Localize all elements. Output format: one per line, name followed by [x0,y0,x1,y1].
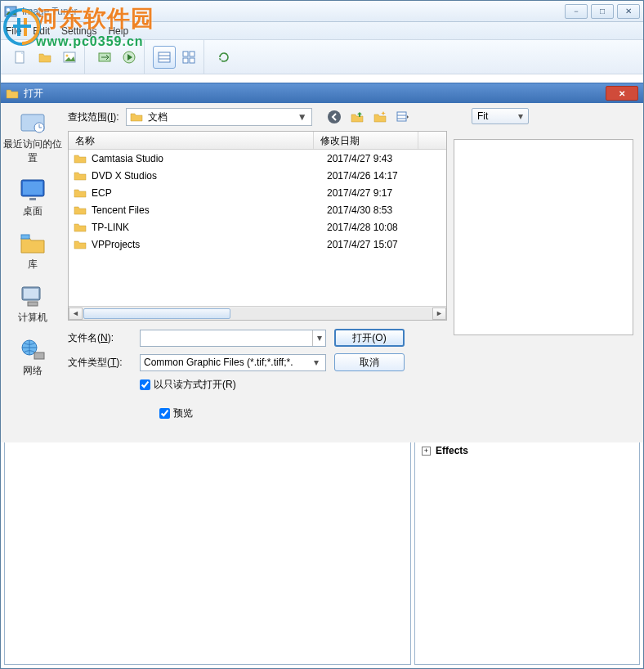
expand-icon[interactable]: + [422,447,431,456]
file-name: DVD X Studios [92,170,327,182]
svg-rect-13 [190,58,195,63]
folder-icon [74,186,87,200]
open-button[interactable] [34,46,56,69]
new-button[interactable] [9,46,32,69]
open-dialog: 打开 ✕ 最近访问的位置 桌面 库 计算机 网络 [1,83,643,442]
chevron-down-icon[interactable]: ▾ [312,330,325,346]
svg-rect-21 [24,289,38,299]
close-button[interactable]: ✕ [617,4,640,19]
open-dialog-titlebar: 打开 ✕ [1,83,643,103]
file-row[interactable]: DVD X Studios2017/4/26 14:17 [69,167,446,184]
svg-rect-7 [159,52,170,62]
view-list-button[interactable] [153,46,176,69]
run-button[interactable] [118,46,141,69]
folder-icon [74,238,87,251]
new-folder-button[interactable] [373,110,387,124]
menu-settings[interactable]: Settings [61,25,96,37]
back-button[interactable] [327,110,342,124]
svg-rect-18 [29,198,36,200]
fit-combo[interactable]: Fit ▾ [472,108,529,124]
open-dialog-close-button[interactable]: ✕ [606,86,638,101]
file-date: 2017/4/28 10:08 [327,222,432,233]
svg-rect-17 [23,182,42,195]
lookin-label: 查找范围(I): [68,110,119,124]
place-network-label: 网络 [23,364,42,378]
scroll-left-button[interactable]: ◄ [69,308,83,320]
menu-edit[interactable]: Edit [33,25,50,37]
up-button[interactable] [350,110,364,124]
readonly-checkbox-row[interactable]: 以只读方式打开(R) [140,378,236,392]
place-desktop-label: 桌面 [23,204,42,218]
chevron-down-icon: ▾ [311,357,322,368]
titlebar: Image Tuner － □ ✕ [1,1,643,22]
file-name: ECP [92,187,327,199]
column-rest[interactable] [418,132,446,149]
file-row[interactable]: VPProjects2017/4/27 15:07 [69,236,446,253]
file-name: Camtasia Studio [92,153,327,164]
filename-field[interactable] [144,331,312,345]
scroll-right-button[interactable]: ► [432,308,446,320]
lookin-combo[interactable]: 文档 ▼ [126,108,312,126]
column-date[interactable]: 修改日期 [314,132,418,149]
file-row[interactable]: TP-LINK2017/4/28 10:08 [69,218,446,236]
maximize-button[interactable]: □ [591,4,614,19]
svg-rect-24 [34,352,44,359]
place-desktop[interactable]: 桌面 [1,177,65,218]
place-computer-label: 计算机 [18,311,47,325]
open-button[interactable]: 打开(O) [334,329,405,347]
computer-icon [18,283,47,309]
preview-checkbox[interactable] [159,408,170,419]
preview-label: 预览 [173,406,193,420]
scroll-track[interactable] [83,308,432,320]
effects-header[interactable]: + Effects [422,445,633,456]
column-name[interactable]: 名称 [69,132,314,149]
preview-pane [4,439,411,665]
fit-value: Fit [477,110,518,122]
folder-icon [74,221,87,234]
file-name: TP-LINK [92,222,327,233]
minimize-button[interactable]: － [565,4,588,19]
file-row[interactable]: ECP2017/4/27 9:17 [69,184,446,201]
chevron-down-icon: ▼ [297,109,308,125]
svg-point-4 [66,54,69,56]
file-date: 2017/4/27 15:07 [327,239,432,250]
app-icon [4,5,17,18]
desktop-icon [18,177,47,203]
place-network[interactable]: 网络 [1,336,65,378]
place-recent-label: 最近访问的位置 [1,137,65,165]
effects-title: Effects [436,445,468,456]
preview-checkbox-row[interactable]: 预览 [159,406,447,420]
file-row[interactable]: Tencent Files2017/4/30 8:53 [69,201,446,218]
convert-button[interactable] [93,46,116,69]
readonly-checkbox[interactable] [140,379,150,390]
svg-rect-0 [5,7,16,16]
svg-rect-12 [183,58,188,63]
places-bar: 最近访问的位置 桌面 库 计算机 网络 [1,103,65,442]
view-grid-button[interactable] [177,46,200,69]
filename-input[interactable]: ▾ [140,330,326,347]
place-libraries-label: 库 [28,258,38,272]
place-computer[interactable]: 计算机 [1,283,65,325]
file-date: 2017/4/30 8:53 [327,204,432,216]
open-dialog-right: Fit ▾ [454,103,643,442]
menu-help[interactable]: Help [108,25,128,37]
svg-point-25 [328,110,341,123]
file-row[interactable]: Camtasia Studio2017/4/27 9:43 [69,150,446,167]
place-recent[interactable]: 最近访问的位置 [1,110,65,165]
folder-icon [74,169,87,182]
view-menu-button[interactable] [396,110,410,124]
cancel-button[interactable]: 取消 [334,353,405,371]
open-dialog-icon [6,87,19,100]
toolbar [1,40,643,74]
image-button[interactable] [58,46,81,69]
place-libraries[interactable]: 库 [1,230,65,272]
filetype-combo[interactable]: Common Graphic Files (*.tif;*.tiff;*. ▾ [140,354,326,371]
horizontal-scrollbar[interactable]: ◄ ► [69,306,446,320]
open-dialog-title: 打开 [24,87,606,101]
scroll-thumb[interactable] [83,308,230,319]
svg-rect-10 [183,52,188,56]
file-list: 名称 修改日期 Camtasia Studio2017/4/27 9:43DVD… [68,131,447,321]
menu-file[interactable]: File [6,25,21,37]
recent-icon [18,110,47,136]
refresh-button[interactable] [212,46,235,69]
